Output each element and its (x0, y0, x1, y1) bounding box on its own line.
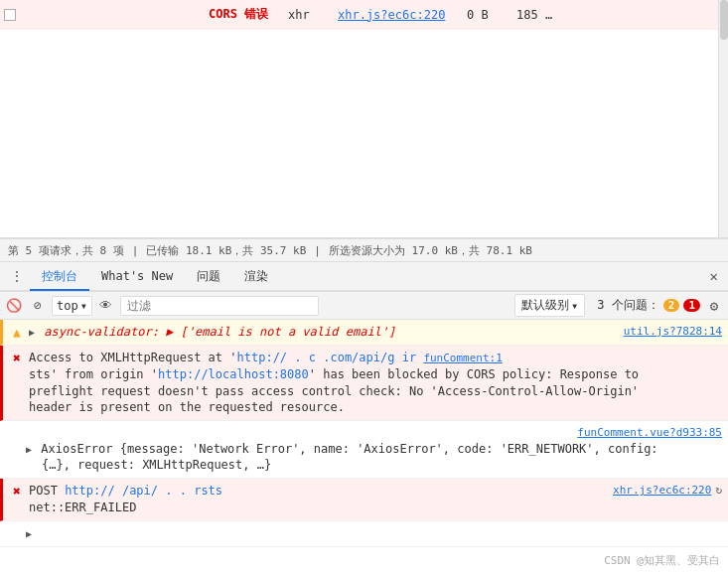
status-selected: 所选资源大小为 17.0 kB，共 78.1 kB (329, 243, 532, 258)
cors-text-4: preflight request doesn't pass access co… (29, 384, 639, 398)
post-error-line2: net::ERR_FAILED (29, 500, 722, 516)
issues-label: 3 个问题： (597, 297, 658, 314)
error-icon-2: ✖ (9, 484, 25, 500)
console-msg-cors-error[interactable]: ✖ Access to XMLHttpRequest at 'http:// .… (0, 346, 728, 421)
network-status-bar: 第 5 项请求，共 8 项 | 已传输 18.1 kB，共 35.7 kB | … (0, 238, 728, 262)
expand-arrow-icon[interactable]: ▶ (29, 327, 35, 338)
clear-console-button[interactable]: 🚫 (4, 296, 24, 316)
cors-text-1: Access to XMLHttpRequest at ' (29, 351, 237, 364)
status-divider1: | (132, 244, 139, 257)
console-msg-warn[interactable]: ▲ ▶ async-validator: ▶ ['email is not a … (0, 320, 728, 346)
post-err-text: net::ERR_FAILED (29, 500, 136, 514)
circle-x-icon-2: ✖ (13, 483, 21, 500)
context-label: top (57, 299, 78, 313)
msg-warn-content: ▶ async-validator: ▶ ['email is not a va… (29, 324, 616, 341)
post-error-row1: POST http:// /api/ . . rsts xhr.js?ec6c:… (29, 483, 722, 500)
console-messages: ▲ ▶ async-validator: ▶ ['email is not a … (0, 320, 728, 572)
tab-whatsnew[interactable]: What's New (89, 265, 185, 289)
axios-source-row: funComment.vue?d933:85 (26, 425, 722, 440)
checkbox-icon (4, 9, 16, 21)
axios-text2: {…}, request: XMLHttpRequest, …} (42, 458, 271, 472)
scrollbar-vertical[interactable] (718, 0, 728, 237)
level-dropdown[interactable]: 默认级别 ▾ (514, 294, 585, 317)
post-error-content: POST http:// /api/ . . rsts xhr.js?ec6c:… (29, 483, 722, 516)
err-badge: 1 (683, 299, 700, 312)
filter-input[interactable] (120, 296, 319, 316)
tab-render[interactable]: 渲染 (232, 264, 280, 291)
devtools-tabbar: ⋮ 控制台 What's New 问题 渲染 ✕ (0, 262, 728, 292)
post-method: POST (29, 484, 65, 498)
row-type: xhr (282, 8, 332, 22)
console-toolbar: 🚫 ⊘ top ▾ 👁 默认级别 ▾ 3 个问题： 2 1 ⚙ (0, 292, 728, 320)
cors-url[interactable]: http:// . c .com/api/g ir (237, 351, 417, 364)
row-size: 0 B (461, 8, 510, 22)
eye-button[interactable]: 👁 (96, 296, 116, 316)
status-divider2: | (314, 244, 321, 257)
post-source-area: xhr.js?ec6c:220 ↻ (605, 483, 722, 498)
cors-origin: http://localhost:8080 (158, 367, 309, 381)
network-panel: CORS 错误 xhr xhr.js?ec6c:220 0 B 185 ... (0, 0, 728, 238)
warn-badge: 2 (663, 299, 680, 312)
chevron-down-icon: ▾ (80, 299, 87, 313)
expand-icon-container (6, 526, 22, 542)
tab-console[interactable]: 控制台 (30, 264, 89, 291)
level-chevron-icon: ▾ (571, 299, 578, 313)
axios-icon (6, 426, 22, 442)
row-initiator[interactable]: xhr.js?ec6c:220 (332, 8, 461, 22)
status-requests: 第 5 项请求，共 8 项 (8, 243, 124, 258)
console-msg-axios[interactable]: funComment.vue?d933:85 ▶ AxiosError {mes… (0, 421, 728, 479)
issues-badge[interactable]: 3 个问题： 2 1 (597, 297, 700, 314)
tab-actions: ✕ (704, 264, 724, 288)
scrollbar-thumb[interactable] (720, 0, 728, 40)
row-status: CORS 错误 (203, 6, 282, 23)
cors-text-2: sts' from origin ' (29, 367, 158, 381)
console-msg-post-error[interactable]: ✖ POST http:// /api/ . . rsts xhr.js?ec6… (0, 479, 728, 521)
cors-line3: preflight request doesn't pass access co… (29, 383, 722, 400)
expand-content: ▶ (26, 525, 722, 542)
network-row[interactable]: CORS 错误 xhr xhr.js?ec6c:220 0 B 185 ... (0, 0, 728, 30)
warn-icon: ▲ (9, 325, 25, 341)
axios-source[interactable]: funComment.vue?d933:85 (577, 425, 722, 440)
axios-text1: AxiosError {message: 'Network Error', na… (41, 442, 657, 456)
stop-recording-button[interactable]: ⊘ (28, 296, 48, 316)
row-time: 185 ... (510, 8, 560, 22)
bottom-expand-icon[interactable]: ▶ (26, 528, 32, 539)
row-checkbox[interactable] (4, 9, 24, 21)
error-icon-1: ✖ (9, 351, 25, 366)
axios-line2: {…}, request: XMLHttpRequest, …} (26, 457, 722, 474)
settings-icon[interactable]: ⚙ (704, 296, 724, 316)
circle-x-icon: ✖ (13, 350, 21, 367)
cors-line2: sts' from origin 'http://localhost:8080'… (29, 366, 722, 383)
close-icon[interactable]: ✕ (704, 264, 724, 288)
triangle-warn-icon: ▲ (13, 324, 21, 342)
warn-source[interactable]: util.js?7828:14 (624, 324, 722, 339)
cors-error-content: Access to XMLHttpRequest at 'http:// . c… (29, 350, 722, 416)
status-transferred: 已传输 18.1 kB，共 35.7 kB (146, 243, 306, 258)
context-dropdown[interactable]: top ▾ (52, 296, 92, 316)
axios-line1: ▶ AxiosError {message: 'Network Error', … (26, 441, 722, 458)
level-label: 默认级别 (521, 297, 569, 314)
cors-text-5: header is present on the requested resou… (29, 400, 345, 414)
post-error-line1: POST http:// /api/ . . rsts (29, 483, 222, 500)
post-source[interactable]: xhr.js?ec6c:220 (613, 483, 711, 498)
watermark: CSDN @知其黑、受其白 (604, 553, 720, 568)
tab-issues[interactable]: 问题 (185, 264, 232, 291)
refresh-icon[interactable]: ↻ (715, 483, 722, 498)
warn-text: async-validator: (44, 325, 166, 339)
post-url[interactable]: http:// /api/ . . rsts (65, 484, 222, 498)
warn-array-text: ▶ ['email is not a valid email'] (166, 325, 395, 339)
axios-content: funComment.vue?d933:85 ▶ AxiosError {mes… (26, 425, 722, 474)
cors-text-3: ' has been blocked by CORS policy: Respo… (309, 367, 639, 381)
cors-line1: Access to XMLHttpRequest at 'http:// . c… (29, 350, 722, 366)
cors-line4: header is present on the requested resou… (29, 399, 722, 416)
axios-expand-icon[interactable]: ▶ (26, 444, 32, 455)
console-msg-expand[interactable]: ▶ (0, 521, 728, 547)
tabs-menu-icon[interactable]: ⋮ (4, 264, 30, 288)
cors-source-link[interactable]: funComment:1 (423, 352, 502, 364)
